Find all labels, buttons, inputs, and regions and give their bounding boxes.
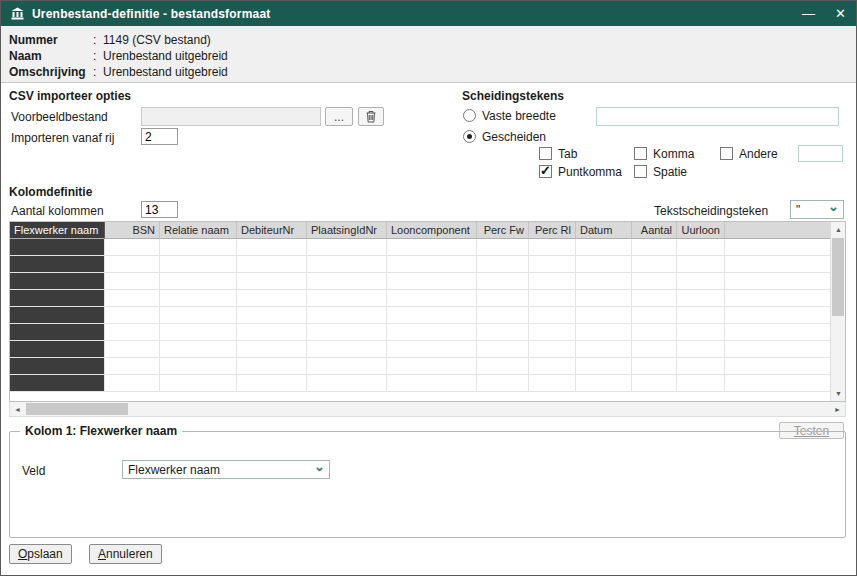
title-bar[interactable]: Urenbestand-definitie - bestandsformaat … — [1, 1, 856, 26]
table-cell[interactable] — [576, 324, 632, 341]
table-cell[interactable] — [160, 307, 237, 324]
table-cell-selected-column[interactable] — [10, 324, 105, 341]
table-cell[interactable] — [237, 341, 307, 358]
table-cell-selected-column[interactable] — [10, 290, 105, 307]
close-icon[interactable]: ✕ — [835, 7, 846, 20]
table-cell[interactable] — [632, 324, 677, 341]
table-cell[interactable] — [725, 239, 830, 256]
table-cell[interactable] — [160, 273, 237, 290]
table-cell[interactable] — [105, 256, 160, 273]
table-cell[interactable] — [576, 358, 632, 375]
table-cell[interactable] — [237, 307, 307, 324]
table-row[interactable] — [10, 290, 830, 307]
table-cell[interactable] — [307, 341, 387, 358]
veld-combo[interactable]: Flexwerker naam ⌄ — [122, 460, 330, 479]
table-cell[interactable] — [307, 290, 387, 307]
table-cell[interactable] — [632, 341, 677, 358]
table-cell-selected-column[interactable] — [10, 239, 105, 256]
table-cell[interactable] — [529, 290, 576, 307]
table-cell[interactable] — [477, 273, 529, 290]
table-cell[interactable] — [105, 375, 160, 392]
scroll-down-icon[interactable]: ▼ — [831, 386, 846, 401]
table-cell[interactable] — [632, 375, 677, 392]
andere-checkbox[interactable] — [720, 147, 733, 160]
browse-button[interactable]: ... — [325, 107, 353, 126]
table-cell[interactable] — [307, 358, 387, 375]
table-cell-selected-column[interactable] — [10, 358, 105, 375]
table-cell[interactable] — [632, 273, 677, 290]
table-cell[interactable] — [105, 273, 160, 290]
table-cell[interactable] — [237, 273, 307, 290]
table-cell[interactable] — [307, 239, 387, 256]
table-cell[interactable] — [632, 256, 677, 273]
delete-file-button[interactable] — [358, 107, 384, 126]
table-cell[interactable] — [725, 358, 830, 375]
table-cell[interactable] — [387, 239, 477, 256]
scroll-right-icon[interactable]: ► — [830, 402, 845, 417]
table-header-bsn[interactable]: BSN — [105, 222, 160, 239]
table-cell[interactable] — [529, 307, 576, 324]
gescheiden-radio[interactable] — [463, 130, 476, 143]
table-row[interactable] — [10, 307, 830, 324]
horizontal-scrollbar[interactable]: ◄ ► — [9, 402, 846, 417]
andere-input[interactable] — [798, 145, 843, 162]
table-cell[interactable] — [105, 358, 160, 375]
table-cell[interactable] — [677, 307, 725, 324]
table-cell[interactable] — [477, 341, 529, 358]
table-cell[interactable] — [105, 239, 160, 256]
table-cell[interactable] — [632, 307, 677, 324]
table-header-aantal[interactable]: Aantal — [632, 222, 677, 239]
scroll-left-icon[interactable]: ◄ — [10, 402, 25, 417]
table-cell[interactable] — [160, 290, 237, 307]
table-cell[interactable] — [477, 375, 529, 392]
table-cell[interactable] — [529, 358, 576, 375]
table-cell[interactable] — [632, 290, 677, 307]
table-cell[interactable] — [632, 239, 677, 256]
table-cell[interactable] — [677, 239, 725, 256]
vertical-scrollbar[interactable]: ▲ ▼ — [830, 222, 845, 401]
opslaan-button[interactable]: Opslaan — [9, 544, 72, 564]
table-cell[interactable] — [529, 239, 576, 256]
table-cell[interactable] — [677, 256, 725, 273]
table-cell[interactable] — [387, 358, 477, 375]
horizontal-scrollbar-thumb[interactable] — [26, 403, 128, 415]
table-cell[interactable] — [725, 324, 830, 341]
table-header-looncomponent[interactable]: Looncomponent — [387, 222, 477, 239]
table-row[interactable] — [10, 358, 830, 375]
table-cell[interactable] — [307, 307, 387, 324]
table-cell[interactable] — [237, 239, 307, 256]
table-cell[interactable] — [237, 375, 307, 392]
table-cell[interactable] — [160, 358, 237, 375]
table-header-debiteurnr[interactable]: DebiteurNr — [237, 222, 307, 239]
table-cell[interactable] — [725, 256, 830, 273]
table-cell[interactable] — [576, 273, 632, 290]
table-header-perc-fw[interactable]: Perc Fw — [477, 222, 529, 239]
table-cell[interactable] — [307, 324, 387, 341]
table-cell[interactable] — [576, 341, 632, 358]
table-cell[interactable] — [105, 290, 160, 307]
table-row[interactable] — [10, 239, 830, 256]
table-cell[interactable] — [105, 307, 160, 324]
table-cell[interactable] — [387, 290, 477, 307]
table-cell-selected-column[interactable] — [10, 273, 105, 290]
vaste-breedte-input[interactable] — [596, 107, 839, 126]
table-cell[interactable] — [237, 256, 307, 273]
table-cell[interactable] — [105, 341, 160, 358]
table-cell[interactable] — [677, 341, 725, 358]
table-cell[interactable] — [576, 375, 632, 392]
table-cell[interactable] — [477, 256, 529, 273]
table-cell[interactable] — [725, 307, 830, 324]
table-cell[interactable] — [529, 273, 576, 290]
table-cell[interactable] — [160, 375, 237, 392]
voorbeeldbestand-input[interactable] — [141, 107, 321, 126]
table-cell[interactable] — [632, 358, 677, 375]
table-row[interactable] — [10, 273, 830, 290]
table-cell[interactable] — [477, 239, 529, 256]
table-cell[interactable] — [529, 324, 576, 341]
table-cell[interactable] — [237, 358, 307, 375]
table-row[interactable] — [10, 375, 830, 392]
table-cell[interactable] — [307, 375, 387, 392]
table-cell[interactable] — [725, 273, 830, 290]
table-header-perc-rl[interactable]: Perc Rl — [529, 222, 576, 239]
table-row[interactable] — [10, 324, 830, 341]
